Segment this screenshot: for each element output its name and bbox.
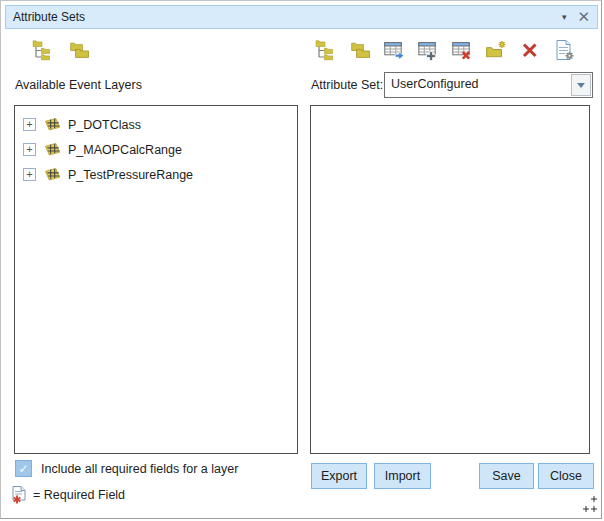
table-remove-icon — [451, 39, 473, 61]
document-gear-button[interactable] — [552, 38, 575, 61]
export-button[interactable]: Export — [311, 463, 367, 489]
expand-icon[interactable]: + — [23, 168, 36, 181]
include-required-fields-checkbox[interactable]: ✓ — [15, 460, 32, 477]
table-remove-button[interactable] — [450, 38, 473, 61]
attribute-set-value: UserConfigured — [385, 73, 570, 97]
open-folders-icon — [68, 39, 90, 61]
table-add-icon — [417, 39, 439, 61]
required-field-icon — [11, 485, 28, 505]
attribute-set-fields-panel[interactable] — [310, 105, 590, 454]
available-event-layers-list[interactable]: + P_DOTClass + P_MAOPCalcRange + P_TestP… — [14, 105, 298, 454]
open-folders-icon — [349, 39, 371, 61]
include-required-fields-row: ✓ Include all required fields for a laye… — [15, 460, 238, 477]
open-folders-button[interactable] — [67, 38, 90, 61]
toolbar-right — [314, 38, 575, 61]
dialog-title: Attribute Sets — [13, 10, 85, 24]
toolbar-left — [31, 38, 90, 61]
layer-tree-icon — [32, 39, 54, 61]
layer-tree-button-2[interactable] — [314, 38, 337, 61]
open-folders-button-2[interactable] — [348, 38, 371, 61]
folder-new-icon — [485, 39, 507, 61]
attribute-sets-dialog: Attribute Sets ▾ ✕ — [0, 0, 602, 519]
available-event-layers-label: Available Event Layers — [15, 78, 142, 92]
required-field-legend: = Required Field — [11, 485, 125, 505]
tree-row-label: P_MAOPCalcRange — [68, 143, 182, 157]
event-layer-icon — [43, 117, 62, 132]
tree-row-label: P_DOTClass — [68, 118, 141, 132]
tree-row-p-testpressurerange[interactable]: + P_TestPressureRange — [15, 162, 297, 187]
table-add-button[interactable] — [416, 38, 439, 61]
layer-tree-icon — [315, 39, 337, 61]
document-gear-icon — [553, 39, 575, 61]
tree-row-label: P_TestPressureRange — [68, 168, 193, 182]
titlebar-buttons: ▾ ✕ — [562, 10, 590, 25]
chevron-down-icon — [577, 83, 585, 88]
tree-row-p-dotclass[interactable]: + P_DOTClass — [15, 112, 297, 137]
import-button[interactable]: Import — [374, 463, 431, 489]
attribute-set-combobox[interactable]: UserConfigured — [384, 72, 593, 98]
expand-icon[interactable]: + — [23, 118, 36, 131]
close-icon[interactable]: ✕ — [577, 10, 590, 25]
save-button[interactable]: Save — [479, 463, 534, 489]
attribute-set-label: Attribute Set: — [311, 78, 383, 92]
resize-grip[interactable] — [577, 495, 599, 515]
event-layer-icon — [43, 167, 62, 182]
table-export-icon — [383, 39, 405, 61]
required-field-legend-text: = Required Field — [33, 488, 125, 502]
delete-button[interactable] — [518, 38, 541, 61]
close-button[interactable]: Close — [538, 463, 594, 489]
include-required-fields-label: Include all required fields for a layer — [41, 462, 238, 476]
event-layer-icon — [43, 142, 62, 157]
table-export-button[interactable] — [382, 38, 405, 61]
titlebar[interactable]: Attribute Sets ▾ ✕ — [5, 5, 598, 29]
delete-x-icon — [519, 39, 541, 61]
expand-icon[interactable]: + — [23, 143, 36, 156]
panel-menu-icon[interactable]: ▾ — [562, 12, 567, 22]
layer-tree-button[interactable] — [31, 38, 54, 61]
combobox-dropdown-button[interactable] — [571, 74, 591, 96]
tree-row-p-maopcalcrange[interactable]: + P_MAOPCalcRange — [15, 137, 297, 162]
folder-new-button[interactable] — [484, 38, 507, 61]
